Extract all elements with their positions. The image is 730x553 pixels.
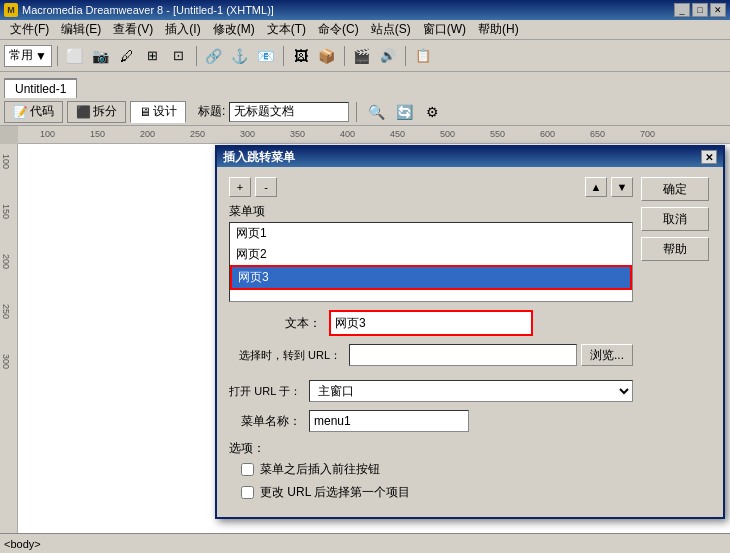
toolbar-btn-3[interactable]: 🖊	[115, 45, 139, 67]
tab-area: Untitled-1	[0, 72, 730, 98]
menu-insert[interactable]: 插入(I)	[159, 19, 206, 40]
code-icon: 📝	[13, 105, 28, 119]
open-url-label: 打开 URL 于：	[229, 384, 309, 399]
list-item-webpage2[interactable]: 网页2	[230, 244, 632, 265]
toolbar-btn-4[interactable]: ⊞	[141, 45, 165, 67]
dialog-close-button[interactable]: ✕	[701, 150, 717, 164]
list-item-webpage3-text: 网页3	[238, 270, 269, 284]
menu-file[interactable]: 文件(F)	[4, 19, 55, 40]
toolbar-btn-9[interactable]: 🖼	[289, 45, 313, 67]
toolbar-btn-2[interactable]: 📷	[89, 45, 113, 67]
menu-name-label: 菜单名称：	[229, 413, 309, 430]
dialog-title: 插入跳转菜单	[223, 149, 295, 166]
minimize-btn[interactable]: _	[674, 3, 690, 17]
confirm-button[interactable]: 确定	[641, 177, 709, 201]
list-item-webpage1[interactable]: 网页1	[230, 223, 632, 244]
toolbar-btn-11[interactable]: 🎬	[350, 45, 374, 67]
toolbar-separator-3	[283, 46, 284, 66]
title-field-label: 标题:	[198, 103, 225, 120]
url-input[interactable]	[349, 344, 577, 366]
dropdown-arrow-icon: ▼	[35, 49, 47, 63]
app-icon: M	[4, 3, 18, 17]
menu-text[interactable]: 文本(T)	[261, 19, 312, 40]
toolbar-separator-2	[196, 46, 197, 66]
toolbar-btn-10[interactable]: 📦	[315, 45, 339, 67]
list-item-webpage3[interactable]: 网页3	[230, 265, 632, 290]
split-label: 拆分	[93, 103, 117, 120]
menu-bar: 文件(F) 编辑(E) 查看(V) 插入(I) 修改(M) 文本(T) 命令(C…	[0, 20, 730, 40]
open-url-select[interactable]: 主窗口_blank_self_parent_top	[309, 380, 633, 402]
option1-checkbox[interactable]	[241, 463, 254, 476]
sub-toolbar: 📝 代码 ⬛ 拆分 🖥 设计 标题: 🔍 🔄 ⚙	[0, 98, 730, 126]
url-field-label: 选择时，转到 URL：	[229, 348, 349, 363]
insert-category-dropdown[interactable]: 常用 ▼	[4, 45, 52, 67]
menu-view[interactable]: 查看(V)	[107, 19, 159, 40]
menu-items-label: 菜单项	[229, 203, 265, 220]
add-menu-item-btn[interactable]: +	[229, 177, 251, 197]
menu-command[interactable]: 命令(C)	[312, 19, 365, 40]
text-field-row: 文本：	[229, 310, 633, 336]
help-button[interactable]: 帮助	[641, 237, 709, 261]
maximize-btn[interactable]: □	[692, 3, 708, 17]
toolbar-btn-8[interactable]: 📧	[254, 45, 278, 67]
insert-category-label: 常用	[9, 47, 33, 64]
toolbar-btn-12[interactable]: 🔊	[376, 45, 400, 67]
dialog-main-area: + - ▲ ▼ 菜单项 网页1 网页2 网页3 文本：	[229, 177, 633, 507]
options-btn[interactable]: ⚙	[420, 101, 444, 123]
cancel-button[interactable]: 取消	[641, 207, 709, 231]
options-label: 选项：	[229, 440, 633, 457]
toolbar-btn-5[interactable]: ⊡	[167, 45, 191, 67]
option2-row: 更改 URL 后选择第一个项目	[229, 484, 633, 501]
option2-label: 更改 URL 后选择第一个项目	[260, 484, 410, 501]
toolbar-btn-13[interactable]: 📋	[411, 45, 435, 67]
page-title-input[interactable]	[229, 102, 349, 122]
status-bar: <body>	[0, 533, 730, 553]
browse-button[interactable]: 浏览...	[581, 344, 633, 366]
main-toolbar: 常用 ▼ ⬜ 📷 🖊 ⊞ ⊡ 🔗 ⚓ 📧 🖼 📦 🎬 🔊 📋	[0, 40, 730, 72]
menu-edit[interactable]: 编辑(E)	[55, 19, 107, 40]
code-view-btn[interactable]: 📝 代码	[4, 101, 63, 123]
menu-name-row: 菜单名称：	[229, 410, 633, 432]
tab-label: Untitled-1	[15, 82, 66, 96]
dialog-action-buttons: 确定 取消 帮助	[641, 177, 711, 507]
title-bar: M Macromedia Dreamweaver 8 - [Untitled-1…	[0, 0, 730, 20]
toolbar-btn-6[interactable]: 🔗	[202, 45, 226, 67]
preview-btn[interactable]: 🔍	[364, 101, 388, 123]
url-field-row: 选择时，转到 URL： 浏览...	[229, 344, 633, 366]
menu-window[interactable]: 窗口(W)	[417, 19, 472, 40]
html-tag-indicator: <body>	[4, 538, 41, 550]
menu-name-input[interactable]	[309, 410, 469, 432]
toolbar-btn-1[interactable]: ⬜	[63, 45, 87, 67]
toolbar-separator-5	[405, 46, 406, 66]
menu-items-label-row: 菜单项	[229, 203, 633, 220]
move-up-btn[interactable]: ▲	[585, 177, 607, 197]
jump-menu-dialog[interactable]: 插入跳转菜单 ✕ + - ▲ ▼ 菜单项 网页1 网页2 网页3	[215, 145, 725, 519]
dialog-title-bar: 插入跳转菜单 ✕	[217, 147, 723, 167]
option1-row: 菜单之后插入前往按钮	[229, 461, 633, 478]
app-title: Macromedia Dreamweaver 8 - [Untitled-1 (…	[22, 4, 674, 16]
option2-checkbox[interactable]	[241, 486, 254, 499]
design-icon: 🖥	[139, 105, 151, 119]
list-toolbar: + - ▲ ▼	[229, 177, 633, 197]
toolbar-separator-1	[57, 46, 58, 66]
toolbar-btn-7[interactable]: ⚓	[228, 45, 252, 67]
remove-menu-item-btn[interactable]: -	[255, 177, 277, 197]
vertical-ruler: 100 150 200 250 300	[0, 144, 18, 533]
move-down-btn[interactable]: ▼	[611, 177, 633, 197]
sub-toolbar-sep	[356, 102, 357, 122]
horizontal-ruler: 100 150 200 250 300 350 400 450 500 550 …	[18, 126, 730, 144]
menu-help[interactable]: 帮助(H)	[472, 19, 525, 40]
document-tab-untitled[interactable]: Untitled-1	[4, 78, 77, 98]
design-view-btn[interactable]: 🖥 设计	[130, 101, 186, 123]
dialog-body: + - ▲ ▼ 菜单项 网页1 网页2 网页3 文本：	[217, 167, 723, 517]
menu-item-text-input[interactable]	[331, 312, 531, 334]
split-icon: ⬛	[76, 105, 91, 119]
split-view-btn[interactable]: ⬛ 拆分	[67, 101, 126, 123]
menu-modify[interactable]: 修改(M)	[207, 19, 261, 40]
close-btn[interactable]: ✕	[710, 3, 726, 17]
menu-site[interactable]: 站点(S)	[365, 19, 417, 40]
design-label: 设计	[153, 103, 177, 120]
refresh-btn[interactable]: 🔄	[392, 101, 416, 123]
menu-items-listbox[interactable]: 网页1 网页2 网页3	[229, 222, 633, 302]
toolbar-separator-4	[344, 46, 345, 66]
